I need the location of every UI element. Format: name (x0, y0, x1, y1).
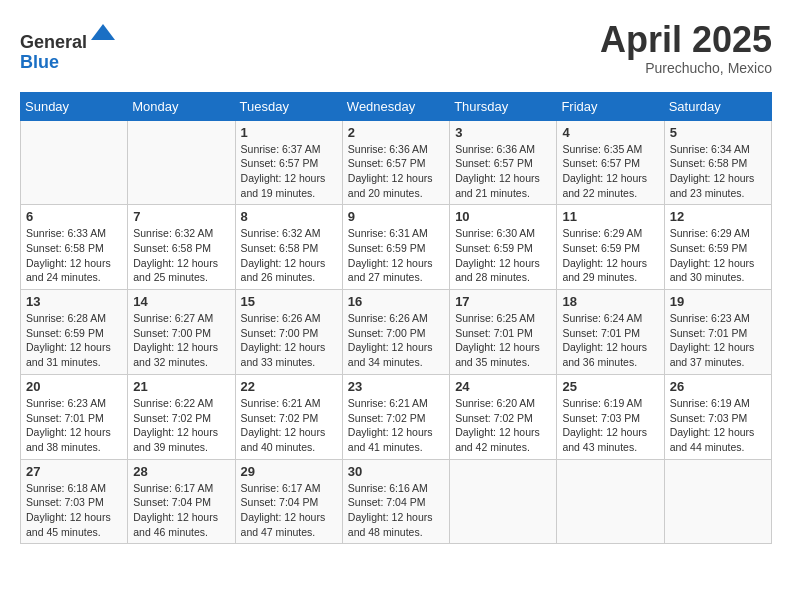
day-number: 3 (455, 125, 551, 140)
calendar-cell: 19Sunrise: 6:23 AMSunset: 7:01 PMDayligh… (664, 290, 771, 375)
day-info: Sunrise: 6:17 AMSunset: 7:04 PMDaylight:… (241, 481, 337, 540)
calendar-cell: 24Sunrise: 6:20 AMSunset: 7:02 PMDayligh… (450, 374, 557, 459)
day-number: 16 (348, 294, 444, 309)
day-number: 20 (26, 379, 122, 394)
day-number: 4 (562, 125, 658, 140)
calendar-cell: 29Sunrise: 6:17 AMSunset: 7:04 PMDayligh… (235, 459, 342, 544)
day-info: Sunrise: 6:29 AMSunset: 6:59 PMDaylight:… (670, 226, 766, 285)
day-info: Sunrise: 6:20 AMSunset: 7:02 PMDaylight:… (455, 396, 551, 455)
calendar-cell: 13Sunrise: 6:28 AMSunset: 6:59 PMDayligh… (21, 290, 128, 375)
day-info: Sunrise: 6:36 AMSunset: 6:57 PMDaylight:… (455, 142, 551, 201)
calendar-cell: 27Sunrise: 6:18 AMSunset: 7:03 PMDayligh… (21, 459, 128, 544)
calendar-cell: 25Sunrise: 6:19 AMSunset: 7:03 PMDayligh… (557, 374, 664, 459)
week-row-4: 20Sunrise: 6:23 AMSunset: 7:01 PMDayligh… (21, 374, 772, 459)
day-info: Sunrise: 6:23 AMSunset: 7:01 PMDaylight:… (26, 396, 122, 455)
location-subtitle: Purechucho, Mexico (600, 60, 772, 76)
day-number: 23 (348, 379, 444, 394)
calendar-cell (664, 459, 771, 544)
day-number: 27 (26, 464, 122, 479)
calendar-cell: 28Sunrise: 6:17 AMSunset: 7:04 PMDayligh… (128, 459, 235, 544)
day-info: Sunrise: 6:37 AMSunset: 6:57 PMDaylight:… (241, 142, 337, 201)
calendar-cell: 6Sunrise: 6:33 AMSunset: 6:58 PMDaylight… (21, 205, 128, 290)
day-info: Sunrise: 6:30 AMSunset: 6:59 PMDaylight:… (455, 226, 551, 285)
day-info: Sunrise: 6:27 AMSunset: 7:00 PMDaylight:… (133, 311, 229, 370)
day-info: Sunrise: 6:28 AMSunset: 6:59 PMDaylight:… (26, 311, 122, 370)
day-info: Sunrise: 6:23 AMSunset: 7:01 PMDaylight:… (670, 311, 766, 370)
calendar-cell (450, 459, 557, 544)
calendar-cell: 2Sunrise: 6:36 AMSunset: 6:57 PMDaylight… (342, 120, 449, 205)
calendar-cell: 5Sunrise: 6:34 AMSunset: 6:58 PMDaylight… (664, 120, 771, 205)
week-row-3: 13Sunrise: 6:28 AMSunset: 6:59 PMDayligh… (21, 290, 772, 375)
calendar-cell (128, 120, 235, 205)
calendar-cell: 20Sunrise: 6:23 AMSunset: 7:01 PMDayligh… (21, 374, 128, 459)
day-number: 9 (348, 209, 444, 224)
week-row-1: 1Sunrise: 6:37 AMSunset: 6:57 PMDaylight… (21, 120, 772, 205)
day-number: 10 (455, 209, 551, 224)
day-number: 15 (241, 294, 337, 309)
day-number: 2 (348, 125, 444, 140)
calendar-cell: 15Sunrise: 6:26 AMSunset: 7:00 PMDayligh… (235, 290, 342, 375)
calendar-cell: 8Sunrise: 6:32 AMSunset: 6:58 PMDaylight… (235, 205, 342, 290)
day-number: 29 (241, 464, 337, 479)
day-info: Sunrise: 6:17 AMSunset: 7:04 PMDaylight:… (133, 481, 229, 540)
day-number: 8 (241, 209, 337, 224)
day-number: 12 (670, 209, 766, 224)
day-info: Sunrise: 6:21 AMSunset: 7:02 PMDaylight:… (241, 396, 337, 455)
calendar-cell: 18Sunrise: 6:24 AMSunset: 7:01 PMDayligh… (557, 290, 664, 375)
calendar-cell (21, 120, 128, 205)
day-number: 30 (348, 464, 444, 479)
day-info: Sunrise: 6:29 AMSunset: 6:59 PMDaylight:… (562, 226, 658, 285)
day-info: Sunrise: 6:32 AMSunset: 6:58 PMDaylight:… (133, 226, 229, 285)
calendar-cell (557, 459, 664, 544)
weekday-header-tuesday: Tuesday (235, 92, 342, 120)
logo-icon (89, 20, 117, 48)
calendar-cell: 21Sunrise: 6:22 AMSunset: 7:02 PMDayligh… (128, 374, 235, 459)
calendar-cell: 22Sunrise: 6:21 AMSunset: 7:02 PMDayligh… (235, 374, 342, 459)
day-number: 28 (133, 464, 229, 479)
day-info: Sunrise: 6:32 AMSunset: 6:58 PMDaylight:… (241, 226, 337, 285)
logo: General Blue (20, 20, 117, 73)
day-info: Sunrise: 6:21 AMSunset: 7:02 PMDaylight:… (348, 396, 444, 455)
day-info: Sunrise: 6:19 AMSunset: 7:03 PMDaylight:… (562, 396, 658, 455)
calendar-cell: 30Sunrise: 6:16 AMSunset: 7:04 PMDayligh… (342, 459, 449, 544)
weekday-header-wednesday: Wednesday (342, 92, 449, 120)
title-block: April 2025 Purechucho, Mexico (600, 20, 772, 76)
day-info: Sunrise: 6:25 AMSunset: 7:01 PMDaylight:… (455, 311, 551, 370)
calendar-cell: 26Sunrise: 6:19 AMSunset: 7:03 PMDayligh… (664, 374, 771, 459)
weekday-header-saturday: Saturday (664, 92, 771, 120)
calendar-cell: 16Sunrise: 6:26 AMSunset: 7:00 PMDayligh… (342, 290, 449, 375)
day-info: Sunrise: 6:24 AMSunset: 7:01 PMDaylight:… (562, 311, 658, 370)
day-info: Sunrise: 6:19 AMSunset: 7:03 PMDaylight:… (670, 396, 766, 455)
day-number: 25 (562, 379, 658, 394)
day-number: 18 (562, 294, 658, 309)
day-info: Sunrise: 6:31 AMSunset: 6:59 PMDaylight:… (348, 226, 444, 285)
calendar-cell: 14Sunrise: 6:27 AMSunset: 7:00 PMDayligh… (128, 290, 235, 375)
day-info: Sunrise: 6:18 AMSunset: 7:03 PMDaylight:… (26, 481, 122, 540)
day-info: Sunrise: 6:16 AMSunset: 7:04 PMDaylight:… (348, 481, 444, 540)
calendar-cell: 7Sunrise: 6:32 AMSunset: 6:58 PMDaylight… (128, 205, 235, 290)
calendar-cell: 10Sunrise: 6:30 AMSunset: 6:59 PMDayligh… (450, 205, 557, 290)
calendar-cell: 11Sunrise: 6:29 AMSunset: 6:59 PMDayligh… (557, 205, 664, 290)
day-number: 5 (670, 125, 766, 140)
day-number: 21 (133, 379, 229, 394)
svg-marker-0 (91, 24, 115, 40)
day-info: Sunrise: 6:34 AMSunset: 6:58 PMDaylight:… (670, 142, 766, 201)
month-title: April 2025 (600, 20, 772, 60)
day-number: 19 (670, 294, 766, 309)
day-number: 1 (241, 125, 337, 140)
calendar-cell: 4Sunrise: 6:35 AMSunset: 6:57 PMDaylight… (557, 120, 664, 205)
day-number: 26 (670, 379, 766, 394)
logo-blue: Blue (20, 52, 59, 72)
day-number: 22 (241, 379, 337, 394)
day-info: Sunrise: 6:33 AMSunset: 6:58 PMDaylight:… (26, 226, 122, 285)
calendar-cell: 23Sunrise: 6:21 AMSunset: 7:02 PMDayligh… (342, 374, 449, 459)
day-info: Sunrise: 6:22 AMSunset: 7:02 PMDaylight:… (133, 396, 229, 455)
calendar-cell: 12Sunrise: 6:29 AMSunset: 6:59 PMDayligh… (664, 205, 771, 290)
day-number: 6 (26, 209, 122, 224)
weekday-header-sunday: Sunday (21, 92, 128, 120)
day-info: Sunrise: 6:26 AMSunset: 7:00 PMDaylight:… (348, 311, 444, 370)
day-info: Sunrise: 6:36 AMSunset: 6:57 PMDaylight:… (348, 142, 444, 201)
day-number: 24 (455, 379, 551, 394)
day-number: 14 (133, 294, 229, 309)
calendar-cell: 9Sunrise: 6:31 AMSunset: 6:59 PMDaylight… (342, 205, 449, 290)
